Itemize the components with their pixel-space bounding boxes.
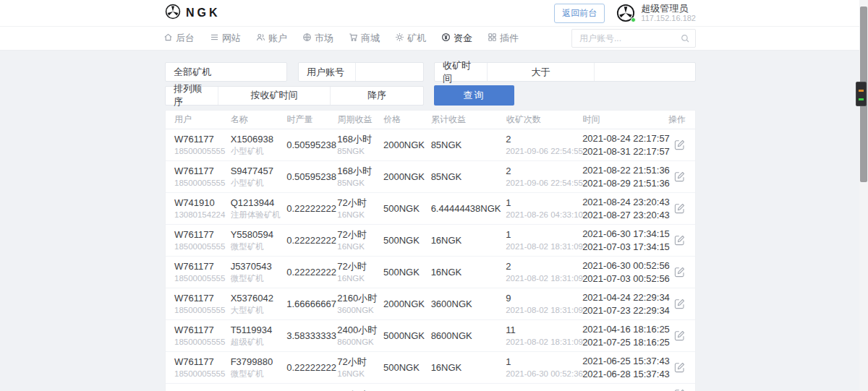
user-cell: W76117718500005555	[174, 320, 231, 351]
edit-icon[interactable]	[668, 362, 691, 373]
user-cell: W76117718500005555	[174, 161, 231, 192]
price-cell: 500NGK	[383, 257, 431, 288]
col-hourly-output: 时产量	[287, 113, 338, 126]
hourly-output-cell: 0.22222222	[286, 193, 337, 224]
time-cell: 2021-06-30 17:34:152021-07-03 17:34:15	[582, 225, 668, 256]
funds-icon	[441, 33, 451, 44]
price-cell	[383, 384, 431, 391]
time-operator-select[interactable]: 大于	[487, 63, 594, 81]
edit-icon[interactable]	[668, 235, 691, 246]
plugin-icon	[488, 33, 497, 44]
hourly-output-cell: 0.22222222	[286, 257, 337, 288]
cycle-income-cell: 168小时85NGK	[337, 161, 383, 192]
site-icon	[210, 33, 219, 44]
col-harvest-count: 收矿次数	[506, 113, 583, 126]
total-income-cell: 6.44444438NGK	[431, 193, 506, 224]
total-income-cell: 16NGK	[431, 225, 506, 256]
col-total-income: 累计收益	[431, 113, 506, 126]
edit-icon[interactable]	[668, 203, 691, 214]
time-cell: 2021-08-24 22:17:572021-08-31 22:17:57	[582, 129, 668, 160]
nav-item-accounts[interactable]: 账户	[256, 32, 287, 45]
edit-icon[interactable]	[668, 267, 691, 278]
harvest-count-cell: 92021-08-02 18:31:09	[506, 288, 582, 319]
overlay-green-marker	[859, 98, 864, 100]
operation-cell	[668, 288, 695, 319]
cycle-income-cell: 168小时85NGK	[337, 129, 383, 160]
brand-name: NGK	[186, 7, 221, 20]
cycle-income-cell: 72小时	[337, 384, 383, 391]
edit-icon[interactable]	[668, 298, 691, 309]
col-user: 用户	[174, 113, 231, 126]
sort-direction-select[interactable]: 降序	[330, 87, 423, 105]
hourly-output-cell: 3.58333333	[286, 320, 337, 351]
operation-cell	[668, 257, 695, 288]
edit-icon[interactable]	[668, 330, 691, 341]
miner-type-select[interactable]: 全部矿机	[165, 62, 287, 82]
nav-item-shop[interactable]: 商城	[349, 32, 380, 45]
hourly-output-cell: 0.50595238	[286, 161, 337, 192]
harvest-count-cell: 22021-09-06 22:54:55	[506, 161, 582, 192]
time-cell: 2021-06-25 15:37:432021-06-28 15:37:43	[582, 352, 668, 383]
user-cell: W76117718500005555	[174, 352, 231, 383]
time-cell: 2021-08-24 23:20:432021-08-27 23:20:43	[582, 193, 668, 224]
account-filter-input[interactable]	[364, 63, 415, 81]
user-cell: W76117718500005555	[174, 257, 231, 288]
table-row: W76117718500005555 X5376042大型矿机 1.666666…	[166, 288, 695, 320]
time-cell: 2021-04-16 18:16:252021-07-25 18:16:25	[582, 320, 668, 351]
col-name: 名称	[231, 113, 287, 126]
harvest-time-label: 收矿时间	[435, 63, 487, 81]
miners-table: 用户 名称 时产量 周期收益 价格 累计收益 收矿次数 时间 操作 W76117…	[165, 110, 696, 391]
edit-icon[interactable]	[668, 139, 691, 150]
search-icon[interactable]	[681, 33, 690, 46]
main-navbar: 后台 网站 账户 市场 商城 矿机 资金 插件	[0, 27, 868, 51]
nav-item-backend[interactable]: 后台	[163, 32, 195, 45]
harvest-count-cell: 22021-08-02 18:31:09	[506, 257, 582, 288]
user-account-search-input[interactable]	[571, 29, 696, 48]
nav-item-plugins[interactable]: 插件	[488, 32, 519, 45]
brand-logo: NGK	[165, 4, 221, 22]
price-cell: 500NGK	[383, 225, 431, 256]
harvest-count-cell: 112021-08-02 18:31:09	[506, 320, 582, 351]
total-income-cell: 16NGK	[431, 257, 506, 288]
hourly-output-cell: 0.22222222	[286, 225, 337, 256]
scroll-overlay-widget[interactable]	[856, 82, 867, 106]
harvest-count-cell: 12021-06-30 00:52:36	[506, 352, 582, 383]
total-income-cell: 85NGK	[431, 129, 506, 160]
harvest-count-cell: 22021-09-06 22:54:55	[506, 129, 582, 160]
back-to-front-button[interactable]: 返回前台	[554, 4, 605, 23]
user-role: 超级管理员	[641, 3, 696, 14]
time-cell: 2021-06-30 00:52:562021-07-03 00:52:56	[582, 257, 668, 288]
harvest-count-cell: 1	[506, 384, 582, 391]
hourly-output-cell: 1.66666667	[286, 288, 337, 319]
user-cell: W761177	[174, 384, 231, 391]
operation-cell	[668, 129, 695, 160]
price-cell: 500NGK	[383, 352, 431, 383]
cycle-income-cell: 72小时16NGK	[337, 225, 383, 256]
harvest-time-input[interactable]	[603, 63, 687, 81]
name-cell: S9477457小型矿机	[231, 161, 287, 192]
total-income-cell: 85NGK	[431, 161, 506, 192]
ngk-logo-icon	[165, 4, 181, 22]
edit-icon[interactable]	[668, 171, 691, 182]
sort-filter-group: 排列顺序 按收矿时间 降序	[165, 86, 424, 106]
users-icon	[256, 33, 265, 44]
sort-order-label: 排列顺序	[166, 87, 218, 105]
nav-item-site[interactable]: 网站	[210, 32, 241, 45]
operation-cell	[668, 225, 695, 256]
name-cell: W6842791	[231, 384, 287, 391]
scrollbar-track[interactable]	[859, 0, 868, 391]
query-button[interactable]: 查询	[434, 85, 514, 106]
cycle-income-cell: 72小时16NGK	[337, 352, 383, 383]
table-row: W76117718500005555 X1506938小型矿机 0.505952…	[166, 129, 695, 161]
miner-icon	[395, 33, 404, 44]
nav-item-market[interactable]: 市场	[302, 32, 333, 45]
home-icon	[163, 33, 173, 44]
user-menu[interactable]: 超级管理员 117.152.16.182	[616, 3, 696, 24]
nav-item-funds[interactable]: 资金	[441, 32, 472, 45]
total-income-cell	[431, 384, 506, 391]
nav-item-miners[interactable]: 矿机	[395, 32, 426, 45]
name-cell: X5376042大型矿机	[231, 288, 287, 319]
table-body: W76117718500005555 X1506938小型矿机 0.505952…	[166, 129, 695, 391]
sort-field-select[interactable]: 按收矿时间	[218, 87, 330, 105]
time-cell: 2021-04-24 22:29:342021-07-23 22:29:34	[582, 288, 668, 319]
